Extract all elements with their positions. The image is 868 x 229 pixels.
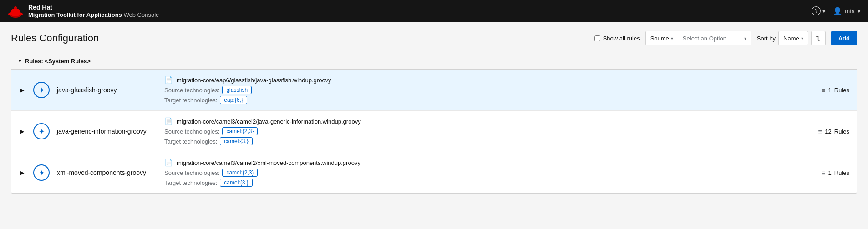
top-navigation: Red Hat Migration Toolkit for Applicatio… xyxy=(0,0,868,22)
row-expand-button[interactable]: ▶ xyxy=(19,129,26,134)
user-caret-icon: ▾ xyxy=(858,8,861,15)
select-option-text: Select an Option xyxy=(683,35,726,42)
user-icon: 👤 xyxy=(833,7,842,15)
add-button[interactable]: Add xyxy=(831,31,857,45)
target-tech-badge: camel:{3,} xyxy=(220,179,252,187)
app-name: Migration Toolkit for Applications Web C… xyxy=(28,11,159,18)
name-dropdown[interactable]: Name ▾ xyxy=(778,31,808,45)
rule-count: ≡ 12 Rules xyxy=(818,128,849,135)
rule-name: xml-moved-components-groovy xyxy=(57,169,157,176)
sort-direction-icon: ⇅ xyxy=(816,35,821,42)
redhat-hat-icon xyxy=(7,4,24,18)
source-tech-badge: camel:{2,3} xyxy=(222,169,258,177)
source-label: Source xyxy=(650,35,669,42)
rules-section-title: Rules: <System Rules> xyxy=(25,58,91,65)
target-tech-row: Target technologies: eap:{6,} xyxy=(164,96,814,104)
rule-count: ≡ 1 Rules xyxy=(822,86,849,94)
nav-controls: ? ▾ 👤 mta ▾ xyxy=(812,6,861,15)
rule-file-path: 📄 migration-core/camel3/camel2/xml-moved… xyxy=(164,159,814,167)
file-icon: 📄 xyxy=(164,159,173,167)
page-header: Rules Configuration Show all rules Sourc… xyxy=(11,31,857,45)
target-tech-label: Target technologies: xyxy=(164,179,217,186)
puzzle-icon: ✦ xyxy=(39,127,45,136)
count-label: Rules xyxy=(834,169,849,176)
rule-name: java-glassfish-groovy xyxy=(57,86,157,94)
main-content: Rules Configuration Show all rules Sourc… xyxy=(0,22,868,203)
source-tech-badge: glassfish xyxy=(222,86,252,94)
file-path-text: migration-core/camel3/camel2/java-generi… xyxy=(177,118,361,125)
row-expand-button[interactable]: ▶ xyxy=(19,170,26,176)
table-row: ▶ ✦ java-generic-information-groovy 📄 mi… xyxy=(11,111,857,152)
source-tech-badge: camel:{2,3} xyxy=(222,127,258,135)
rules-section-header: ▾ Rules: <System Rules> xyxy=(11,53,857,70)
count-label: Rules xyxy=(834,128,849,135)
source-tech-label: Source technologies: xyxy=(164,128,219,135)
rule-icon: ✦ xyxy=(33,123,50,139)
target-tech-label: Target technologies: xyxy=(164,138,217,145)
target-tech-badge: eap:{6,} xyxy=(220,96,247,104)
file-icon: 📄 xyxy=(164,117,173,125)
source-tech-row: Source technologies: camel:{2,3} xyxy=(164,169,814,177)
brand-area: Red Hat Migration Toolkit for Applicatio… xyxy=(7,4,159,18)
list-icon: ≡ xyxy=(818,128,822,135)
list-icon: ≡ xyxy=(822,169,826,177)
sort-direction-button[interactable]: ⇅ xyxy=(811,31,826,45)
rule-name: java-generic-information-groovy xyxy=(57,128,157,135)
count-number: 1 xyxy=(828,87,832,94)
puzzle-icon: ✦ xyxy=(39,169,45,177)
rule-count: ≡ 1 Rules xyxy=(822,169,849,177)
source-select-group: Source ▾ Select an Option ▾ xyxy=(645,31,751,45)
rule-file-info: 📄 migration-core/eap6/glassfish/java-gla… xyxy=(164,76,814,104)
rule-file-path: 📄 migration-core/camel3/camel2/java-gene… xyxy=(164,117,811,125)
redhat-logo xyxy=(7,4,24,18)
target-tech-row: Target technologies: camel:{3,} xyxy=(164,179,814,187)
count-number: 12 xyxy=(825,128,831,135)
rule-icon: ✦ xyxy=(33,164,50,181)
name-label: Name xyxy=(783,35,799,42)
page-title: Rules Configuration xyxy=(11,32,99,44)
app-brand: Red Hat Migration Toolkit for Applicatio… xyxy=(28,4,159,18)
sort-by-label: Sort by xyxy=(757,35,776,42)
table-row: ▶ ✦ xml-moved-components-groovy 📄 migrat… xyxy=(11,152,857,193)
user-menu[interactable]: 👤 mta ▾ xyxy=(833,7,861,15)
rule-file-info: 📄 migration-core/camel3/camel2/xml-moved… xyxy=(164,159,814,187)
help-caret-icon: ▾ xyxy=(822,8,826,15)
row-expand-button[interactable]: ▶ xyxy=(19,87,26,93)
show-all-checkbox[interactable] xyxy=(594,35,600,41)
help-button[interactable]: ? ▾ xyxy=(812,6,826,15)
select-option-button[interactable]: Select an Option ▾ xyxy=(678,31,751,45)
rule-file-path: 📄 migration-core/eap6/glassfish/java-gla… xyxy=(164,76,814,84)
source-caret-icon: ▾ xyxy=(671,36,673,41)
source-dropdown-button[interactable]: Source ▾ xyxy=(646,31,678,45)
show-all-label[interactable]: Show all rules xyxy=(594,35,640,42)
name-caret-icon: ▾ xyxy=(801,36,803,41)
source-tech-label: Source technologies: xyxy=(164,87,219,94)
rule-file-info: 📄 migration-core/camel3/camel2/java-gene… xyxy=(164,117,811,145)
puzzle-icon: ✦ xyxy=(39,86,45,95)
rule-icon: ✦ xyxy=(33,82,50,98)
select-option-caret-icon: ▾ xyxy=(744,36,746,41)
collapse-button[interactable]: ▾ xyxy=(19,58,21,64)
source-tech-row: Source technologies: camel:{2,3} xyxy=(164,127,811,135)
count-number: 1 xyxy=(828,169,832,176)
show-all-text: Show all rules xyxy=(603,35,640,42)
target-tech-row: Target technologies: camel:{3,} xyxy=(164,137,811,145)
rules-section: ▾ Rules: <System Rules> ▶ ✦ java-glassfi… xyxy=(11,53,857,194)
target-tech-label: Target technologies: xyxy=(164,97,217,104)
file-path-text: migration-core/camel3/camel2/xml-moved-c… xyxy=(177,159,360,166)
file-path-text: migration-core/eap6/glassfish/java-glass… xyxy=(177,77,331,84)
company-name: Red Hat xyxy=(28,4,159,11)
help-circle-icon: ? xyxy=(812,6,821,15)
user-name: mta xyxy=(845,8,855,15)
source-tech-row: Source technologies: glassfish xyxy=(164,86,814,94)
list-icon: ≡ xyxy=(822,86,826,94)
target-tech-badge: camel:{3,} xyxy=(220,137,252,145)
table-row: ▶ ✦ java-glassfish-groovy 📄 migration-co… xyxy=(11,70,857,111)
sort-by-group: Sort by Name ▾ ⇅ xyxy=(757,31,826,45)
file-icon: 📄 xyxy=(164,76,173,84)
page-controls: Show all rules Source ▾ Select an Option… xyxy=(594,31,857,45)
count-label: Rules xyxy=(834,87,849,94)
source-tech-label: Source technologies: xyxy=(164,169,219,176)
